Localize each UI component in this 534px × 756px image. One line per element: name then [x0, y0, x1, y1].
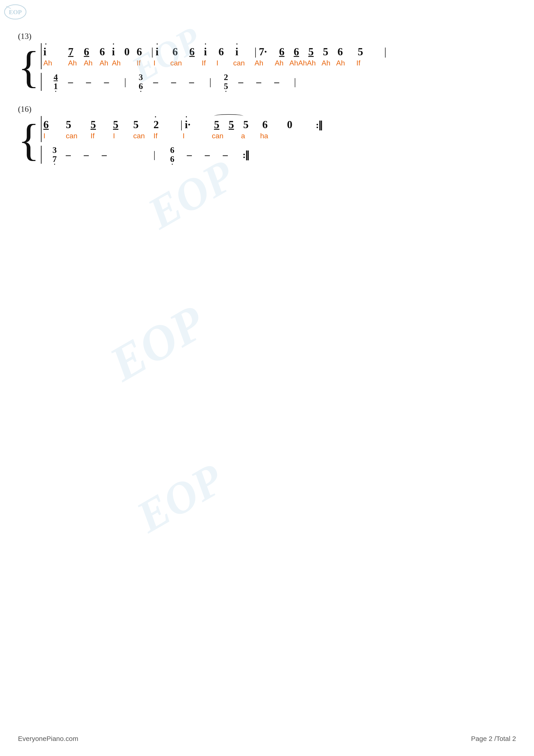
section-13: (13) { • i 7 6 6: [18, 32, 516, 91]
bass-notation-13: 4 1• – – – | 3 6• – – –: [43, 73, 516, 91]
note-i-dotted: •i·: [185, 118, 214, 131]
barline-2: |: [252, 45, 259, 58]
note-5d: 5: [66, 118, 90, 131]
note-5c: 5: [358, 45, 382, 58]
note-6b: 6: [99, 45, 112, 58]
svg-text:EOP: EOP: [9, 9, 22, 15]
chord-41: 4 1•: [43, 73, 68, 91]
barline-1: |: [149, 45, 156, 58]
lyric-if1: If: [137, 59, 149, 67]
note-5e: 5: [90, 118, 113, 131]
lyric-ah9: Ah: [321, 59, 336, 67]
lyric-ah6: Ah: [255, 59, 275, 67]
chord-66: 6 6•: [158, 146, 187, 164]
bass-barline-1: |: [122, 76, 129, 88]
note-6f: 6: [218, 45, 236, 58]
footer-right: Page 2 /Total 2: [471, 735, 516, 742]
note-i-high-5: •i: [236, 45, 252, 58]
note-6d: 6: [172, 45, 190, 58]
chord-36: 3 6•: [129, 73, 153, 91]
note-6a: 6: [84, 45, 99, 58]
note-2-dotabove: •2: [153, 118, 178, 131]
lyric-if5: If: [153, 132, 178, 140]
dash2: –: [86, 76, 104, 88]
bass-dash12: –: [102, 149, 151, 161]
lyric-ah3: Ah: [84, 59, 99, 67]
note-i-high-3: •i: [156, 45, 172, 58]
footer-left: EveryonePiano.com: [18, 735, 78, 742]
lyric-ah1: Ah: [43, 59, 68, 67]
page: EOP EOP EOP EOP EOP (13) { • i: [0, 0, 534, 756]
dash1: –: [68, 76, 86, 88]
lyric-ah8: Ah: [307, 59, 321, 67]
dash9: –: [274, 76, 292, 88]
lyric-if4: If: [90, 132, 113, 140]
barline-4: |: [178, 118, 185, 131]
bass-dash15: –: [223, 149, 241, 161]
note-6h: 6: [293, 45, 308, 58]
treble-lyrics-13: Ah Ah Ah Ah Ah If I can If I can: [43, 59, 516, 69]
note-5f: 5: [113, 118, 133, 131]
note-i-high-4: •i: [204, 45, 218, 58]
note-5i: 5: [229, 118, 243, 131]
treble-notation-16: 6 5 5 5 5 •2 | •i·: [43, 116, 516, 132]
note-6e: 6: [190, 45, 204, 58]
lyric-a: a: [241, 132, 260, 140]
dash6: –: [189, 76, 207, 88]
note-6j: 6: [43, 118, 66, 131]
bass-final-barline: :‖: [241, 149, 249, 160]
note-5h: 5: [214, 118, 229, 131]
bass-staff-16: 3 7• – – – | 6 6• – – –: [41, 146, 516, 164]
bass-dash11: –: [84, 149, 102, 161]
lyric-ah2: Ah: [68, 59, 84, 67]
bass-dash10: –: [66, 149, 84, 161]
note-5j: 5: [243, 118, 263, 131]
note-5b: 5: [323, 45, 338, 58]
lyric-ah10: Ah: [336, 59, 356, 67]
dash4: –: [153, 76, 171, 88]
dash5: –: [171, 76, 189, 88]
dash8: –: [256, 76, 274, 88]
lyric-ah4: Ah: [99, 59, 112, 67]
lyric-if3: If: [356, 59, 381, 67]
dash7: –: [238, 76, 256, 88]
watermark-3: EOP: [100, 294, 214, 392]
lyric-can2: can: [233, 59, 250, 67]
watermark-4: EOP: [128, 453, 232, 543]
note-0a: 0: [124, 45, 137, 58]
note-5a: 5: [308, 45, 323, 58]
note-7dot: 7·: [259, 45, 279, 58]
lyric-i2: I: [216, 59, 233, 67]
lyric-ah7: Ah: [275, 59, 289, 67]
note-i-high-2: •i: [112, 45, 124, 58]
lyric-i1: I: [153, 59, 170, 67]
bass-barline-4: |: [151, 149, 158, 161]
bass-staff-13: 4 1• – – – | 3 6• – – –: [41, 73, 516, 91]
staff-gap-16: [41, 142, 516, 146]
bass-barline-2: |: [207, 76, 214, 88]
lyric-can4: can: [133, 132, 153, 140]
lyric-i3: I: [43, 132, 66, 140]
section-13-label: (13): [18, 32, 516, 41]
brace-16: {: [18, 116, 39, 164]
note-6k: 6: [263, 118, 287, 131]
tie-group: 5 5: [214, 118, 243, 131]
lyric-i5: I: [183, 132, 212, 140]
brace-13: {: [18, 43, 39, 91]
lyric-ha: ha: [260, 132, 285, 140]
bass-dash13: –: [187, 149, 205, 161]
chord-25: 2 5•: [214, 73, 238, 91]
note-6c: 6: [137, 45, 149, 58]
bass-dash14: –: [205, 149, 223, 161]
barline-3: |: [382, 45, 388, 58]
note-6i: 6: [338, 45, 358, 58]
dash3: –: [104, 76, 122, 88]
treble-lyrics-16: I can If I can If I can a ha: [43, 132, 516, 142]
lyric-can1: can: [170, 59, 187, 67]
note-5g: 5: [133, 118, 153, 131]
lyric-if2: If: [202, 59, 216, 67]
treble-staff-16: 6 5 5 5 5 •2 | •i·: [41, 116, 516, 142]
chord-37: 3 7•: [43, 146, 66, 164]
lyric-i4: I: [113, 132, 133, 140]
bass-barline-3: |: [292, 76, 298, 88]
